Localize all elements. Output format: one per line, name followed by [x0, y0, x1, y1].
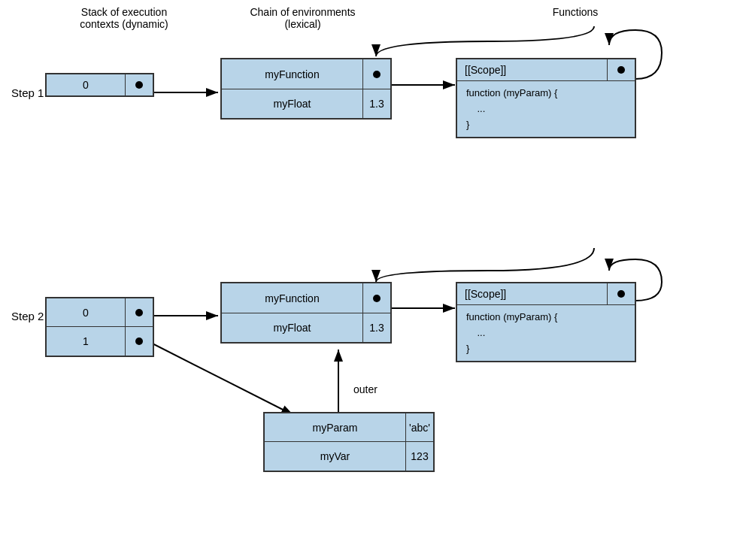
step1-env-myfunction-label: myFunction [222, 59, 363, 89]
step1-func-scope-dot [608, 59, 635, 80]
step1-func-box: [[Scope]] function (myParam) { ...} [456, 58, 636, 138]
step2-env-myfloat-label: myFloat [222, 313, 363, 342]
outer-label: outer [353, 383, 378, 395]
step2-env-myfunction-dot [363, 283, 390, 313]
step2-label: Step 2 [11, 310, 44, 322]
step1-env-myfloat-label: myFloat [222, 89, 363, 118]
step2-func-scope-dot [608, 283, 635, 304]
step2-stack-1-dot [126, 327, 153, 356]
step2-func-box: [[Scope]] function (myParam) { ...} [456, 282, 636, 362]
header-stack: Stack of execution contexts (dynamic) [60, 6, 188, 30]
header-chain: Chain of environments(lexical) [233, 6, 372, 30]
step2-func-scope-label: [[Scope]] [457, 283, 608, 304]
step1-stack-box: 0 [45, 73, 154, 97]
step2-inner-myparam-label: myParam [265, 413, 406, 441]
step2-inner-myparam-value: 'abc' [406, 413, 433, 441]
step1-label: Step 1 [11, 86, 44, 99]
svg-line-6 [139, 337, 293, 415]
step2-env-myfunction-label: myFunction [222, 283, 363, 313]
step1-func-scope-label: [[Scope]] [457, 59, 608, 80]
step2-inner-myvar-value: 123 [406, 442, 433, 471]
step2-stack-box: 0 1 [45, 297, 154, 357]
step1-env-myfunction-dot [363, 59, 390, 89]
step2-stack-1-value: 1 [47, 327, 126, 356]
step2-inner-myvar-label: myVar [265, 442, 406, 471]
step1-stack-0-dot [126, 74, 153, 95]
step2-env-box: myFunction myFloat 1.3 [220, 282, 392, 344]
diagram-container: Stack of execution contexts (dynamic) Ch… [0, 0, 752, 560]
step1-env-box: myFunction myFloat 1.3 [220, 58, 392, 120]
step1-env-myfloat-value: 1.3 [363, 89, 390, 118]
step2-stack-0-dot [126, 298, 153, 326]
step2-env-myfloat-value: 1.3 [363, 313, 390, 342]
header-functions: Functions [526, 6, 624, 18]
step2-stack-0-value: 0 [47, 298, 126, 326]
step1-stack-0-value: 0 [47, 74, 126, 95]
step1-func-body: function (myParam) { ...} [457, 81, 635, 137]
step2-inner-env-box: myParam 'abc' myVar 123 [263, 412, 435, 472]
step2-func-body: function (myParam) { ...} [457, 305, 635, 361]
